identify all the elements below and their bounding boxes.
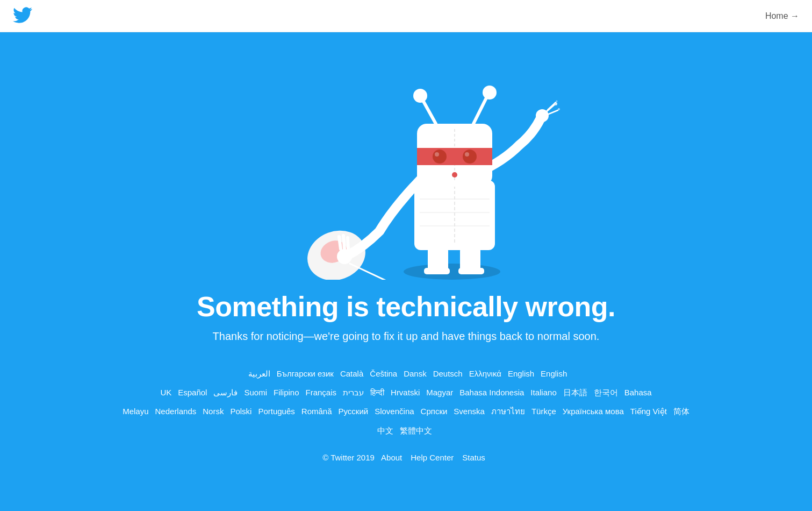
language-link[interactable]: Svenska bbox=[454, 407, 485, 416]
svg-line-10 bbox=[343, 236, 344, 249]
language-link[interactable]: Suomi bbox=[244, 388, 267, 397]
language-link[interactable]: Magyar bbox=[426, 388, 453, 397]
svg-line-38 bbox=[473, 97, 487, 124]
language-link[interactable]: فارسی bbox=[213, 388, 238, 397]
main-section: Something is technically wrong. Thanks f… bbox=[0, 32, 812, 511]
language-link[interactable]: Dansk bbox=[404, 369, 427, 378]
language-link[interactable]: Українська мова bbox=[563, 407, 624, 416]
svg-point-0 bbox=[404, 264, 500, 280]
svg-point-33 bbox=[435, 152, 439, 157]
svg-line-3 bbox=[350, 264, 396, 280]
language-link[interactable]: 日本語 bbox=[563, 388, 587, 397]
language-link[interactable]: English bbox=[508, 369, 534, 378]
svg-point-17 bbox=[558, 108, 560, 110]
svg-point-35 bbox=[452, 172, 457, 178]
svg-point-16 bbox=[554, 102, 557, 105]
svg-line-14 bbox=[549, 110, 558, 114]
language-link[interactable]: Deutsch bbox=[433, 369, 463, 378]
svg-line-36 bbox=[422, 100, 436, 124]
language-link[interactable]: हिन्दी bbox=[370, 388, 384, 397]
robot-illustration bbox=[245, 54, 567, 280]
language-link[interactable]: Hrvatski bbox=[391, 388, 420, 397]
language-link[interactable]: Português bbox=[258, 407, 294, 416]
header: Home → bbox=[0, 0, 812, 32]
language-link[interactable]: Slovenčina bbox=[375, 407, 414, 416]
home-link[interactable]: Home → bbox=[765, 11, 799, 21]
language-link[interactable]: العربية bbox=[248, 369, 270, 378]
copyright: © Twitter 2019 bbox=[322, 453, 375, 462]
language-link[interactable]: Türkçe bbox=[531, 407, 556, 416]
twitter-logo[interactable] bbox=[13, 5, 32, 27]
language-link[interactable]: Polski bbox=[230, 407, 251, 416]
error-subheading: Thanks for noticing—we're going to fix i… bbox=[213, 330, 600, 343]
error-heading: Something is technically wrong. bbox=[197, 290, 615, 323]
svg-point-31 bbox=[433, 150, 447, 164]
robot-svg bbox=[245, 54, 567, 280]
svg-point-8 bbox=[337, 249, 352, 264]
language-link[interactable]: Català bbox=[340, 369, 363, 378]
svg-line-9 bbox=[339, 237, 341, 249]
svg-rect-30 bbox=[417, 148, 492, 165]
language-link[interactable]: 한국어 bbox=[594, 388, 618, 397]
footer: © Twitter 2019 AboutHelp CenterStatus bbox=[322, 453, 490, 462]
footer-link[interactable]: About bbox=[381, 453, 402, 462]
language-link[interactable]: Română bbox=[301, 407, 332, 416]
language-link[interactable]: Nederlands bbox=[155, 407, 197, 416]
language-link[interactable]: ภาษาไทย bbox=[491, 407, 525, 416]
language-link[interactable]: Српски bbox=[421, 407, 448, 416]
footer-link[interactable]: Help Center bbox=[411, 453, 454, 462]
language-link[interactable]: Русский bbox=[339, 407, 369, 416]
svg-point-39 bbox=[483, 86, 497, 100]
footer-link[interactable]: Status bbox=[462, 453, 485, 462]
svg-line-11 bbox=[348, 238, 348, 249]
language-link[interactable]: Español bbox=[178, 388, 207, 397]
language-link[interactable]: Italiano bbox=[530, 388, 556, 397]
svg-point-32 bbox=[463, 150, 477, 164]
svg-rect-27 bbox=[458, 268, 484, 274]
svg-point-34 bbox=[465, 152, 469, 157]
language-link[interactable]: 繁體中文 bbox=[400, 426, 432, 435]
language-link[interactable]: Čeština bbox=[370, 369, 397, 378]
language-link[interactable]: Tiếng Việt bbox=[630, 407, 667, 416]
language-link[interactable]: עברית bbox=[343, 388, 364, 397]
language-link[interactable]: Norsk bbox=[203, 407, 224, 416]
language-link[interactable]: Ελληνικά bbox=[469, 369, 501, 378]
language-link[interactable]: Bahasa Indonesia bbox=[459, 388, 524, 397]
svg-line-13 bbox=[546, 105, 554, 112]
language-section: العربيةБългарски езикCatalàČeštinaDanskD… bbox=[111, 364, 702, 440]
svg-rect-40 bbox=[445, 180, 464, 187]
language-link[interactable]: Български език bbox=[277, 369, 334, 378]
svg-point-18 bbox=[556, 101, 557, 102]
svg-rect-26 bbox=[424, 268, 450, 274]
language-link[interactable]: Filipino bbox=[274, 388, 299, 397]
svg-point-37 bbox=[413, 89, 427, 103]
language-link[interactable]: Français bbox=[306, 388, 337, 397]
